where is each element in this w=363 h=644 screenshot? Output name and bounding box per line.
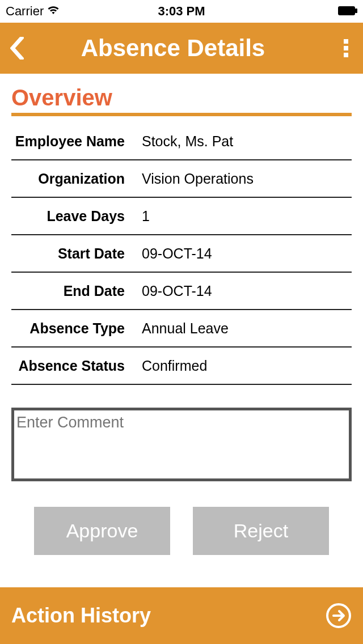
field-row: Leave Days1 [11, 198, 352, 235]
wifi-icon [47, 4, 60, 19]
status-bar: Carrier 3:03 PM [0, 0, 363, 23]
footer-label: Action History [11, 604, 151, 628]
arrow-right-circle-icon [326, 603, 352, 629]
svg-rect-2 [344, 39, 348, 44]
comment-box [11, 408, 352, 481]
app-header: Absence Details [0, 23, 363, 74]
field-value: Annual Leave [136, 320, 352, 337]
comment-input[interactable] [14, 410, 349, 478]
field-row: OrganizationVision Operations [11, 160, 352, 198]
battery-icon [338, 4, 357, 19]
field-row: Start Date09-OCT-14 [11, 235, 352, 273]
field-value: 1 [136, 208, 352, 224]
field-value: Vision Operations [136, 171, 352, 187]
svg-rect-0 [338, 6, 355, 15]
field-value: Stock, Ms. Pat [136, 133, 352, 150]
svg-rect-3 [344, 46, 348, 50]
menu-button[interactable] [329, 23, 363, 74]
reject-button[interactable]: Reject [193, 507, 329, 555]
field-row: End Date09-OCT-14 [11, 273, 352, 310]
carrier-label: Carrier [6, 4, 44, 19]
kebab-menu-icon [343, 37, 349, 60]
field-label: Organization [11, 171, 136, 187]
status-time: 3:03 PM [158, 4, 205, 19]
content-area: Overview Employee NameStock, Ms. PatOrga… [0, 74, 363, 385]
field-value: 09-OCT-14 [136, 283, 352, 299]
field-row: Absence TypeAnnual Leave [11, 310, 352, 348]
field-row: Absence StatusConfirmed [11, 348, 352, 385]
field-label: Employee Name [11, 133, 136, 150]
field-label: End Date [11, 283, 136, 299]
field-label: Absence Status [11, 358, 136, 374]
footer-action-history[interactable]: Action History [0, 587, 363, 644]
field-value: 09-OCT-14 [136, 245, 352, 262]
field-value: Confirmed [136, 358, 352, 374]
page-title: Absence Details [17, 35, 329, 62]
section-title: Overview [11, 85, 352, 116]
status-right [338, 4, 357, 19]
approve-button[interactable]: Approve [34, 507, 170, 555]
svg-rect-4 [344, 53, 348, 57]
field-row: Employee NameStock, Ms. Pat [11, 123, 352, 160]
field-label: Absence Type [11, 320, 136, 337]
svg-rect-1 [355, 9, 357, 13]
status-left: Carrier [6, 4, 60, 19]
field-label: Start Date [11, 245, 136, 262]
field-label: Leave Days [11, 208, 136, 224]
action-buttons: Approve Reject [0, 507, 363, 555]
